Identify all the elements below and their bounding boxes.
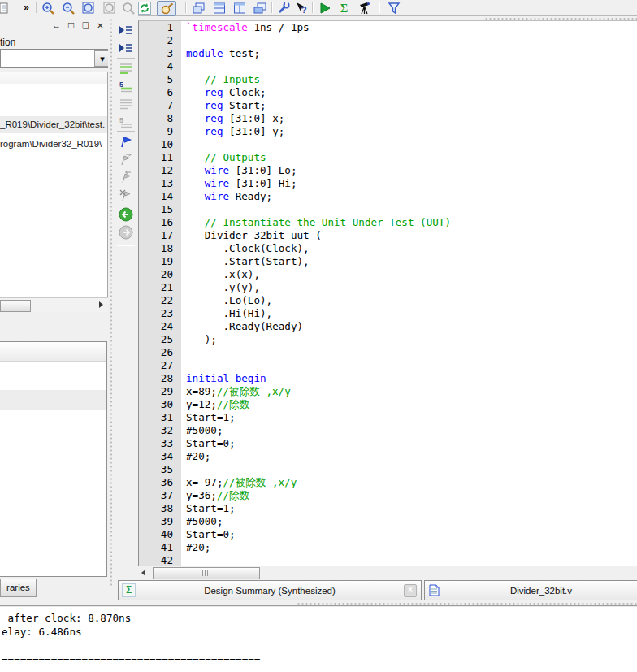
code-line[interactable]: 35: [139, 463, 637, 476]
scroll-left-icon[interactable]: [141, 570, 145, 576]
bookmark-toggle-icon[interactable]: [118, 134, 134, 149]
zoom-box-disabled-icon[interactable]: [102, 1, 116, 15]
scrollbar-thumb[interactable]: [0, 300, 31, 312]
console-panel[interactable]: after clock: 8.870ns elay: 6.486ns =====…: [0, 605, 637, 672]
code-line[interactable]: 42: [139, 554, 637, 566]
svg-text:5: 5: [119, 116, 124, 124]
code-line[interactable]: 24 .Ready(Ready): [139, 320, 637, 333]
arrange-windows-icon[interactable]: [253, 1, 266, 15]
bookmark-prev-icon[interactable]: [118, 170, 134, 184]
goto-line-gray-icon[interactable]: 5: [118, 115, 134, 129]
toolbar-separator: [117, 245, 135, 246]
nav-forward-icon[interactable]: [118, 225, 134, 240]
next-block-icon[interactable]: [118, 41, 134, 55]
code-line[interactable]: 36x=-97;//被除数 ,x/y: [139, 476, 637, 489]
bookmark-clear-icon[interactable]: [118, 188, 134, 202]
line-number: 40: [139, 528, 173, 541]
panel-horizontal-scrollbar[interactable]: [0, 297, 108, 312]
goto-line-green-icon[interactable]: 5: [118, 79, 134, 93]
panel-splitter[interactable]: [108, 15, 114, 605]
code-line[interactable]: 13 wire [31:0] Hi;: [139, 177, 637, 190]
code-line[interactable]: 22 .Lo(Lo),: [139, 294, 637, 307]
code-line[interactable]: 30y=12;//除数: [139, 398, 637, 411]
code-line[interactable]: 6 reg Clock;: [139, 86, 637, 99]
code-line[interactable]: 41#20;: [139, 541, 637, 554]
prev-block-icon[interactable]: [118, 23, 134, 37]
code-line[interactable]: 18 .Clock(Clock),: [139, 242, 637, 255]
code-line[interactable]: 37y=36;//除数: [139, 489, 637, 502]
code-line[interactable]: 5 // Inputs: [139, 73, 637, 86]
wrench-icon[interactable]: [276, 1, 290, 15]
code-line[interactable]: 9 reg [31:0] y;: [139, 125, 637, 138]
panel-close-icon[interactable]: [95, 20, 106, 31]
run-icon[interactable]: [318, 1, 332, 15]
doc-fragment-icon[interactable]: [0, 1, 8, 15]
tab-divider-32bit-v[interactable]: Divider_32bit.v: [424, 580, 637, 600]
list-item[interactable]: rogram\Divider32_R019\: [0, 136, 107, 153]
editor-horizontal-scrollbar[interactable]: [138, 566, 637, 579]
context-help-icon[interactable]: ?: [294, 1, 308, 15]
close-icon[interactable]: ×: [404, 584, 417, 597]
code-line[interactable]: 21 .y(y),: [139, 281, 637, 294]
code-line[interactable]: 12 wire [31:0] Lo;: [139, 164, 637, 177]
smart-search-icon[interactable]: [157, 1, 176, 16]
code-line[interactable]: 25 );: [139, 333, 637, 346]
zoom-out-icon[interactable]: [61, 1, 75, 15]
tab-libraries[interactable]: raries: [0, 579, 37, 597]
code-line[interactable]: 14 wire Ready;: [139, 190, 637, 203]
panel-restore-icon[interactable]: [80, 20, 91, 31]
code-line[interactable]: 27: [139, 359, 637, 372]
code-line[interactable]: 39#5000;: [139, 515, 637, 528]
refresh-icon[interactable]: [137, 1, 151, 15]
code-line[interactable]: 26: [139, 346, 637, 359]
code-line[interactable]: 31Start=1;: [139, 411, 637, 424]
code-line[interactable]: 28initial begin: [139, 372, 637, 385]
hierarchy-list[interactable]: _R019\Divider_32bit\test. rogram\Divider…: [0, 72, 108, 298]
tile-horizontal-icon[interactable]: [212, 1, 226, 15]
code-line[interactable]: 2: [139, 34, 637, 47]
code-text: .Start(Start),: [186, 255, 310, 268]
zoom-full-icon[interactable]: [81, 1, 95, 15]
zoom-in-icon[interactable]: [41, 1, 54, 15]
code-line[interactable]: 4: [139, 60, 637, 73]
zoom-pointer-disabled-icon[interactable]: [121, 1, 135, 15]
code-line[interactable]: 29x=89;//被除数 ,x/y: [139, 385, 637, 398]
tab-design-summary[interactable]: Σ Design Summary (Synthesized) ×: [118, 580, 422, 600]
code-line[interactable]: 38Start=1;: [139, 502, 637, 515]
toolbar-overflow-chevron[interactable]: »: [20, 1, 33, 15]
code-line[interactable]: 10: [139, 138, 637, 151]
cascade-windows-icon[interactable]: [192, 1, 206, 15]
processes-panel-row[interactable]: [0, 390, 106, 410]
filter-icon[interactable]: [387, 1, 401, 15]
highlight-lines-icon[interactable]: [118, 61, 134, 76]
analyze-icon[interactable]: [358, 1, 371, 15]
code-line[interactable]: 40Start=0;: [139, 528, 637, 541]
code-line[interactable]: 32#5000;: [139, 424, 637, 437]
code-line[interactable]: 16 // Instantiate the Unit Under Test (U…: [139, 216, 637, 229]
panel-float-icon[interactable]: [51, 20, 62, 31]
scrollbar-thumb[interactable]: [153, 567, 260, 579]
scroll-right-icon[interactable]: [99, 301, 103, 308]
summary-sigma-icon[interactable]: Σ: [338, 1, 352, 15]
code-line[interactable]: 34#20;: [139, 450, 637, 463]
code-line[interactable]: 1`timescale 1ns / 1ps: [139, 21, 637, 34]
code-line[interactable]: 17 Divider_32bit uut (: [139, 229, 637, 242]
code-line[interactable]: 33Start=0;: [139, 437, 637, 450]
nav-back-icon[interactable]: [118, 207, 134, 222]
code-editor[interactable]: 1`timescale 1ns / 1ps23module test;45 //…: [138, 20, 637, 566]
code-line[interactable]: 11 // Outputs: [139, 151, 637, 164]
lines-gray-icon[interactable]: [118, 97, 134, 111]
code-line[interactable]: 19 .Start(Start),: [139, 255, 637, 268]
tile-vertical-icon[interactable]: [232, 1, 246, 15]
code-line[interactable]: 15: [139, 203, 637, 216]
code-line[interactable]: 20 .x(x),: [139, 268, 637, 281]
view-combobox[interactable]: [0, 49, 112, 68]
code-line[interactable]: 23 .Hi(Hi),: [139, 307, 637, 320]
code-line[interactable]: 8 reg [31:0] x;: [139, 112, 637, 125]
code-line[interactable]: 7 reg Start;: [139, 99, 637, 112]
code-line[interactable]: 3module test;: [139, 47, 637, 60]
list-item[interactable]: _R019\Divider_32bit\test.: [0, 116, 107, 133]
panel-maximize-icon[interactable]: [66, 20, 76, 31]
bookmark-next-icon[interactable]: [118, 152, 134, 167]
svg-text:?: ?: [301, 5, 307, 15]
